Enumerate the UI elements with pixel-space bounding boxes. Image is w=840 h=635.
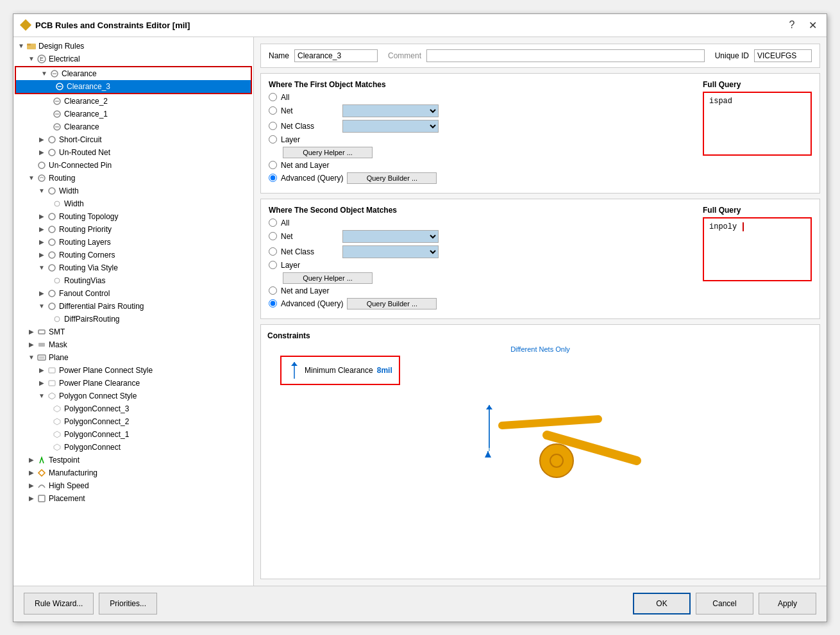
first-match-net-select[interactable] [342, 104, 439, 117]
second-match-query-builder-btn[interactable]: Query Builder ... [347, 298, 437, 309]
tree-item-manufacturing[interactable]: ▶ Manufacturing [13, 466, 253, 479]
second-match-net: Net [269, 230, 693, 243]
tree-item-routing-via-style[interactable]: ▼ Routing Via Style [13, 261, 253, 274]
first-match-layer-radio[interactable] [269, 135, 277, 144]
expand-short-circuit[interactable]: ▶ [37, 135, 47, 145]
close-button[interactable]: ✕ [805, 17, 820, 33]
first-match-layer: Layer [269, 135, 693, 144]
tree-item-routing[interactable]: ▼ Routing [13, 172, 253, 185]
tree-item-power-plane-clearance[interactable]: ▶ Power Plane Clearance [13, 377, 253, 390]
tree-item-testpoint[interactable]: ▶ Testpoint [13, 454, 253, 466]
tree-item-fanout-control[interactable]: ▶ Fanout Control [13, 287, 253, 300]
tree-item-electrical[interactable]: ▼ E Electrical [13, 53, 253, 65]
tree-item-width-item[interactable]: Width [13, 197, 253, 210]
tree-item-clearance[interactable]: ▼ Clearance [16, 67, 251, 80]
tree-item-polygon-connect-style[interactable]: ▼ Polygon Connect Style [13, 390, 253, 402]
expand-routing-layers[interactable]: ▶ [37, 237, 47, 247]
first-match-net-radio[interactable] [269, 106, 277, 115]
help-button[interactable]: ? [784, 17, 800, 33]
tree-item-clearance-3[interactable]: Clearance_3 [16, 80, 251, 93]
second-match-all-radio[interactable] [269, 219, 277, 227]
tree-item-diff-pairs-routing[interactable]: ▼ Differential Pairs Routing [13, 300, 253, 313]
second-match-advanced-radio[interactable] [269, 299, 277, 308]
apply-button[interactable]: Apply [759, 593, 816, 614]
expand-routing[interactable]: ▼ [26, 173, 37, 183]
expand-placement[interactable]: ▶ [26, 493, 37, 504]
tree-item-routing-vias[interactable]: RoutingVias [13, 274, 253, 287]
tree-label-routing-via-style: Routing Via Style [59, 263, 118, 272]
comment-input[interactable] [426, 49, 705, 62]
second-match-net-and-layer-radio[interactable] [269, 286, 277, 295]
tree-item-un-connected-pin[interactable]: Un-Connected Pin [13, 159, 253, 172]
second-match-layer-radio[interactable] [269, 261, 277, 269]
tree-item-plane[interactable]: ▼ Plane [13, 351, 253, 364]
expand-width-group[interactable]: ▼ [37, 186, 47, 196]
ok-button[interactable]: OK [633, 593, 691, 614]
expand-electrical[interactable]: ▼ [26, 54, 37, 64]
tree-item-polygon-connect[interactable]: PolygonConnect [13, 441, 253, 454]
tree-item-power-plane-connect[interactable]: ▶ Power Plane Connect Style [13, 364, 253, 377]
expand-high-speed[interactable]: ▶ [26, 481, 37, 491]
second-match-netclass-radio[interactable] [269, 247, 277, 256]
expand-diff-pairs-routing[interactable]: ▼ [37, 301, 47, 311]
tree-item-clearance-base[interactable]: Clearance [13, 120, 253, 133]
expand-smt[interactable]: ▶ [26, 327, 37, 337]
second-match-netclass-select[interactable] [342, 245, 439, 258]
routing-vias-icon [52, 276, 62, 286]
tree-item-short-circuit[interactable]: ▶ Short-Circuit [13, 133, 253, 146]
manufacturing-icon [37, 468, 47, 478]
first-match-all-radio[interactable] [269, 93, 277, 101]
tree-item-routing-priority[interactable]: ▶ Routing Priority [13, 223, 253, 236]
tree-item-smt[interactable]: ▶ SMT [13, 326, 253, 338]
first-match-netclass-radio[interactable] [269, 122, 277, 130]
tree-item-mask[interactable]: ▶ Mask [13, 338, 253, 351]
expand-mask[interactable]: ▶ [26, 340, 37, 350]
rule-icon-clearance-2 [52, 96, 62, 106]
expand-power-plane-clearance[interactable]: ▶ [37, 378, 47, 388]
expand-manufacturing[interactable]: ▶ [26, 468, 37, 478]
expand-routing-corners[interactable]: ▶ [37, 250, 47, 260]
expand-design-rules[interactable]: ▼ [16, 41, 26, 51]
priorities-button[interactable]: Priorities... [99, 593, 157, 614]
second-match-net-select[interactable] [342, 230, 439, 243]
tree-item-polygon-connect-2[interactable]: PolygonConnect_2 [13, 415, 253, 428]
expand-fanout-control[interactable]: ▶ [37, 288, 47, 299]
tree-item-clearance-1[interactable]: Clearance_1 [13, 108, 253, 120]
tree-item-diff-pairs-item[interactable]: DiffPairsRouting [13, 313, 253, 326]
tree-item-routing-corners[interactable]: ▶ Routing Corners [13, 249, 253, 261]
first-match-query-helper-btn[interactable]: Query Helper ... [283, 147, 373, 158]
tree-item-design-rules[interactable]: ▼ Design Rules [13, 40, 253, 53]
first-match-netclass-select[interactable] [342, 120, 439, 133]
first-match-netclass-label: Net Class [281, 122, 339, 131]
tree-container[interactable]: ▼ Design Rules ▼ E Electrical [13, 37, 253, 586]
tree-item-width-group[interactable]: ▼ Width [13, 185, 253, 197]
tree-item-routing-layers[interactable]: ▶ Routing Layers [13, 236, 253, 249]
expand-routing-priority[interactable]: ▶ [37, 224, 47, 235]
tree-item-polygon-connect-3[interactable]: PolygonConnect_3 [13, 402, 253, 415]
tree-item-clearance-2[interactable]: Clearance_2 [13, 95, 253, 108]
second-match-query-helper-btn[interactable]: Query Helper ... [283, 272, 373, 284]
name-input[interactable] [294, 49, 378, 62]
tree-item-un-routed-net[interactable]: ▶ Un-Routed Net [13, 146, 253, 159]
tree-item-routing-topology[interactable]: ▶ Routing Topology [13, 210, 253, 223]
tree-item-high-speed[interactable]: ▶ High Speed [13, 479, 253, 492]
rule-wizard-button[interactable]: Rule Wizard... [24, 593, 94, 614]
cancel-button[interactable]: Cancel [696, 593, 753, 614]
second-match-net-radio[interactable] [269, 232, 277, 240]
expand-clearance[interactable]: ▼ [39, 69, 49, 79]
first-full-query-content[interactable]: ispad [703, 92, 812, 156]
expand-routing-via-style[interactable]: ▼ [37, 263, 47, 273]
expand-routing-topology[interactable]: ▶ [37, 211, 47, 222]
expand-polygon-connect-style[interactable]: ▼ [37, 391, 47, 401]
first-match-advanced-radio[interactable] [269, 174, 277, 182]
uniqueid-input[interactable] [754, 49, 812, 62]
first-match-query-builder-btn[interactable]: Query Builder ... [347, 172, 437, 184]
expand-power-plane-connect[interactable]: ▶ [37, 365, 47, 375]
tree-item-polygon-connect-1[interactable]: PolygonConnect_1 [13, 428, 253, 441]
tree-item-placement[interactable]: ▶ Placement [13, 492, 253, 505]
second-full-query-content[interactable]: inpoly [703, 217, 812, 281]
expand-plane[interactable]: ▼ [26, 352, 37, 363]
first-match-net-and-layer-radio[interactable] [269, 161, 277, 169]
expand-testpoint[interactable]: ▶ [26, 455, 37, 465]
expand-un-routed-net[interactable]: ▶ [37, 147, 47, 158]
